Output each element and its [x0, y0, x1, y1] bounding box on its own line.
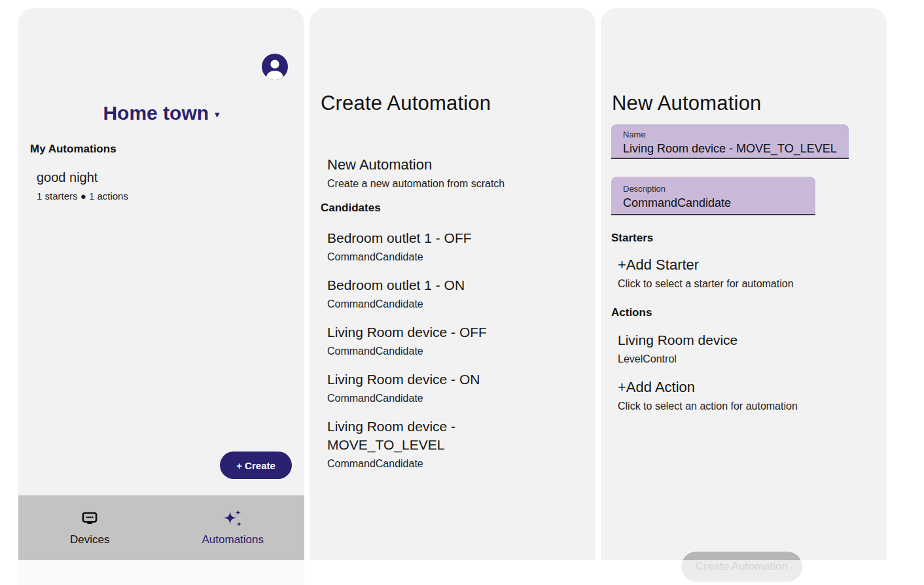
create-automation-screen: Create Automation New Automation Create …: [310, 8, 595, 560]
chevron-down-icon: ▾: [215, 109, 220, 120]
candidate-title: Bedroom outlet 1 - ON: [327, 276, 492, 294]
candidate-subtitle: CommandCandidate: [327, 344, 492, 358]
sparkles-icon: [222, 506, 243, 531]
name-input-value: Living Room device - MOVE_TO_LEVEL: [623, 142, 849, 156]
nav-label-automations: Automations: [202, 533, 264, 546]
candidate-item[interactable]: Bedroom outlet 1 - OFF CommandCandidate: [327, 229, 492, 264]
description-input-value: CommandCandidate: [623, 196, 815, 210]
candidate-title: Living Room device - ON: [327, 370, 492, 389]
devices-icon: [80, 506, 99, 531]
user-avatar-icon: [262, 54, 288, 80]
create-automation-panel: Create Automation New Automation Create …: [310, 8, 595, 560]
new-automation-title: New Automation: [612, 92, 762, 115]
option-title: New Automation: [327, 156, 505, 174]
my-automations-header: My Automations: [30, 143, 116, 156]
add-action-button[interactable]: +Add Action Click to select an action fo…: [618, 378, 798, 413]
home-title: Home town: [103, 102, 209, 124]
automation-list-item[interactable]: good night 1 starters ● 1 actions: [37, 170, 128, 202]
candidate-title: Living Room device - OFF: [327, 323, 492, 342]
home-selector[interactable]: Home town▾: [18, 102, 304, 124]
candidates-header: Candidates: [321, 202, 381, 215]
candidate-item[interactable]: Living Room device - OFF CommandCandidat…: [327, 323, 492, 358]
app-page: Home town▾ My Automations good night 1 s…: [0, 0, 924, 585]
name-input[interactable]: Name Living Room device - MOVE_TO_LEVEL: [611, 124, 849, 159]
candidate-item[interactable]: Bedroom outlet 1 - ON CommandCandidate: [327, 276, 492, 311]
automation-meta: 1 starters ● 1 actions: [37, 190, 128, 202]
add-starter-subtitle: Click to select a starter for automation: [618, 277, 794, 291]
home-bottom-strip: [18, 560, 304, 585]
action-title: Living Room device: [618, 331, 737, 349]
candidate-subtitle: CommandCandidate: [327, 391, 492, 405]
new-automation-form-panel: New Automation Name Living Room device -…: [601, 8, 887, 560]
bottom-nav-bar: Devices Automations: [18, 495, 304, 560]
new-automation-option[interactable]: New Automation Create a new automation f…: [327, 156, 505, 190]
candidate-subtitle: CommandCandidate: [327, 457, 492, 470]
candidate-subtitle: CommandCandidate: [327, 297, 492, 311]
create-automation-title: Create Automation: [321, 92, 491, 115]
create-button[interactable]: + Create: [220, 452, 292, 479]
home-screen-panel: Home town▾ My Automations good night 1 s…: [18, 8, 304, 585]
starters-header: Starters: [611, 232, 653, 245]
add-action-title: +Add Action: [618, 378, 798, 397]
nav-tab-automations[interactable]: Automations: [162, 495, 305, 560]
candidate-item[interactable]: Living Room device - MOVE_TO_LEVEL Comma…: [327, 417, 492, 470]
nav-label-devices: Devices: [70, 533, 109, 546]
description-input[interactable]: Description CommandCandidate: [611, 177, 815, 215]
avatar-button[interactable]: [262, 54, 288, 80]
description-input-label: Description: [623, 184, 815, 194]
candidate-subtitle: CommandCandidate: [327, 250, 492, 264]
candidate-title: Living Room device - MOVE_TO_LEVEL: [327, 417, 492, 454]
home-screen: Home town▾ My Automations good night 1 s…: [18, 8, 304, 495]
new-automation-screen: New Automation Name Living Room device -…: [601, 8, 887, 560]
candidate-title: Bedroom outlet 1 - OFF: [327, 229, 492, 247]
candidates-list: Bedroom outlet 1 - OFF CommandCandidate …: [327, 229, 492, 483]
actions-header: Actions: [611, 306, 652, 319]
automation-name: good night: [37, 170, 128, 185]
nav-tab-devices[interactable]: Devices: [18, 495, 162, 560]
create-automation-button[interactable]: Create Automation: [681, 552, 802, 582]
add-action-subtitle: Click to select an action for automation: [618, 399, 798, 413]
option-subtitle: Create a new automation from scratch: [327, 177, 505, 190]
action-subtitle: LevelControl: [618, 352, 737, 366]
name-input-label: Name: [623, 130, 849, 139]
add-starter-title: +Add Starter: [618, 256, 794, 274]
add-starter-button[interactable]: +Add Starter Click to select a starter f…: [618, 256, 794, 291]
candidate-item[interactable]: Living Room device - ON CommandCandidate: [327, 370, 492, 405]
action-list-item[interactable]: Living Room device LevelControl: [618, 331, 737, 366]
